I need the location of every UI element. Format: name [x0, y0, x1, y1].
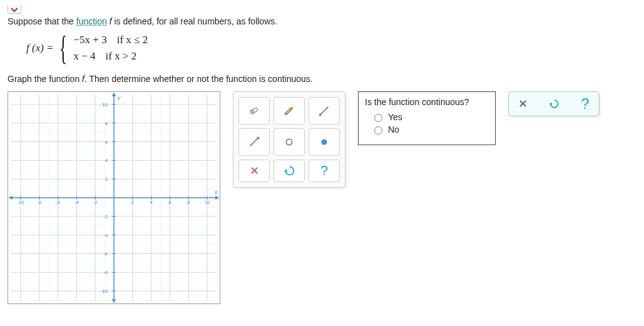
function-link[interactable]: function	[76, 16, 107, 26]
piece1-cond: if x ≤ 2	[117, 34, 148, 46]
yes-label: Yes	[388, 112, 402, 122]
intro-text-pre: Suppose that the	[8, 16, 76, 26]
svg-point-100	[321, 139, 327, 145]
ray-up-tool[interactable]	[309, 97, 340, 125]
eraser-tool[interactable]	[238, 97, 270, 125]
svg-text:-8: -8	[37, 200, 42, 205]
instruction-2: Graph the function f. Then determine whe…	[8, 74, 636, 84]
instr2-post: . Then determine whether or not the func…	[84, 74, 313, 84]
reset-action[interactable]	[546, 96, 561, 111]
piece-2: x − 4 if x > 2	[73, 50, 148, 63]
svg-text:10: 10	[205, 200, 210, 205]
brace-icon: {	[59, 38, 67, 58]
svg-text:4: 4	[150, 200, 153, 205]
svg-point-98	[257, 137, 259, 140]
svg-text:-10: -10	[17, 200, 24, 205]
option-no[interactable]: No	[371, 125, 489, 135]
action-bar: ✕ ?	[508, 91, 600, 116]
piece1-expr: −5x + 3	[73, 34, 106, 46]
clear-button[interactable]: ✕	[238, 160, 270, 182]
fx-label: f (x) =	[26, 42, 54, 54]
undo-icon	[282, 164, 296, 178]
svg-text:-2: -2	[103, 214, 108, 220]
svg-text:6: 6	[168, 200, 171, 205]
help-icon: ?	[581, 95, 589, 113]
svg-text:-2: -2	[93, 200, 98, 205]
question-intro: Suppose that the function f is defined, …	[8, 16, 636, 26]
help-button[interactable]: ?	[309, 160, 340, 182]
svg-text:10: 10	[102, 102, 108, 108]
svg-text:-4: -4	[103, 233, 108, 238]
svg-text:-6: -6	[103, 251, 108, 257]
graph-canvas[interactable]: x y -10-8-6-4-2246810-10-8-6-4-2246810	[8, 91, 220, 304]
undo-button[interactable]	[273, 160, 305, 182]
instr2-pre: Graph the function	[8, 74, 82, 84]
piece-1: −5x + 3 if x ≤ 2	[73, 34, 148, 46]
svg-text:-4: -4	[74, 200, 79, 205]
x-axis-label: x	[214, 189, 218, 195]
svg-text:-8: -8	[103, 270, 108, 275]
y-axis-label: y	[117, 94, 121, 101]
svg-text:-6: -6	[56, 200, 61, 205]
svg-point-95	[319, 113, 322, 116]
no-label: No	[388, 125, 399, 135]
continuity-panel: Is the function continuous? Yes No	[358, 91, 496, 145]
svg-text:6: 6	[105, 140, 108, 145]
svg-text:4: 4	[105, 158, 108, 163]
svg-point-99	[286, 139, 292, 145]
open-point-tool[interactable]	[273, 128, 305, 156]
piecewise-definition: f (x) = { −5x + 3 if x ≤ 2 x − 4 if x > …	[26, 34, 636, 63]
svg-text:8: 8	[105, 121, 108, 126]
option-yes[interactable]: Yes	[371, 112, 489, 122]
ray-down-tool[interactable]	[238, 128, 270, 156]
svg-text:2: 2	[105, 176, 108, 182]
piece2-cond: if x > 2	[106, 50, 137, 63]
svg-text:2: 2	[131, 200, 135, 205]
svg-text:8: 8	[187, 200, 190, 205]
pencil-tool[interactable]	[273, 97, 305, 125]
piece2-expr: x − 4	[73, 50, 95, 63]
closed-point-tool[interactable]	[309, 128, 340, 156]
continuity-title: Is the function continuous?	[365, 97, 489, 107]
hint-toggle[interactable]	[8, 5, 21, 14]
radio-no[interactable]	[374, 126, 382, 135]
close-action[interactable]: ✕	[515, 96, 530, 111]
close-icon: ✕	[518, 97, 528, 111]
svg-text:-10: -10	[101, 288, 108, 294]
intro-text-post: is defined, for all real numbers, as fol…	[114, 16, 277, 26]
help-action[interactable]: ?	[578, 96, 593, 111]
reset-icon	[548, 98, 560, 110]
help-icon: ?	[320, 163, 328, 179]
radio-yes[interactable]	[374, 114, 382, 122]
x-icon: ✕	[250, 164, 259, 178]
tool-palette: ✕ ?	[233, 91, 345, 188]
